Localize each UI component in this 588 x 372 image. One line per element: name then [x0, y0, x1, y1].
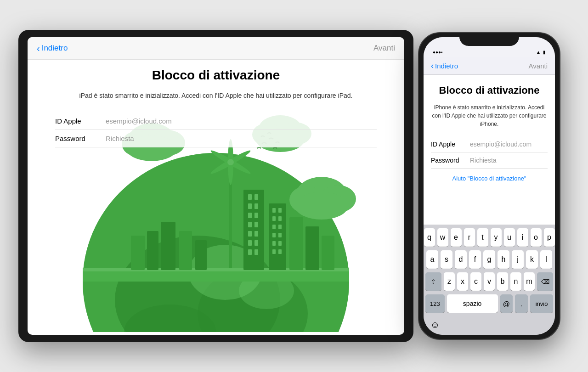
key-r[interactable]: r	[464, 228, 475, 247]
tablet-next-label: Avanti	[373, 44, 395, 52]
phone-keyboard: q w e r t y u i o p a s d f g h j k	[424, 225, 555, 335]
phone-apple-id-row: ID Apple esempio@icloud.com	[431, 136, 548, 152]
key-y[interactable]: y	[491, 228, 502, 247]
svg-rect-28	[278, 216, 282, 221]
svg-rect-15	[254, 213, 258, 218]
phone-chevron-left-icon: ‹	[431, 61, 434, 71]
phone-next-button[interactable]: Avanti	[529, 62, 548, 70]
svg-rect-25	[272, 208, 276, 213]
phone-back-label: Indietro	[435, 62, 458, 70]
phone-password-input[interactable]: Richiesta	[470, 157, 548, 164]
phone-apple-id-label: ID Apple	[431, 141, 470, 148]
emoji-key[interactable]: ☺	[429, 318, 441, 331]
svg-rect-24	[269, 203, 286, 270]
svg-rect-13	[254, 203, 258, 209]
svg-rect-19	[254, 231, 258, 237]
key-s[interactable]: s	[441, 250, 452, 269]
svg-rect-32	[278, 233, 282, 237]
apple-id-row: ID Apple esempio@icloud.com	[55, 113, 377, 130]
svg-rect-23	[254, 249, 258, 255]
svg-rect-12	[248, 203, 252, 209]
phone-signal-icon: ●●●▪	[433, 50, 443, 55]
delete-key[interactable]: ⌫	[537, 272, 553, 291]
key-m[interactable]: m	[524, 272, 535, 291]
key-o[interactable]: o	[531, 228, 542, 247]
phone-status-icons: ▲ ▮	[536, 50, 546, 55]
tablet-screen: ‹ Indietro Avanti Blocco di attivazione …	[28, 37, 404, 335]
tablet-content: Blocco di attivazione iPad è stato smarr…	[28, 60, 404, 332]
chevron-left-icon: ‹	[37, 44, 40, 53]
tablet: ‹ Indietro Avanti Blocco di attivazione …	[18, 30, 413, 342]
svg-rect-41	[179, 231, 192, 270]
key-x[interactable]: x	[457, 272, 468, 291]
keyboard-row-3: ⇧ z x c v b n m ⌫	[425, 272, 553, 291]
return-key[interactable]: invio	[530, 294, 553, 313]
phone-notch	[459, 33, 519, 46]
keyboard-row-1: q w e r t y u i o p	[425, 228, 553, 247]
phone-description: iPhone è stato smarrito e inizializzato.…	[431, 103, 548, 128]
password-label: Password	[55, 135, 106, 142]
svg-rect-14	[248, 213, 252, 218]
key-c[interactable]: c	[470, 272, 481, 291]
svg-rect-35	[272, 249, 276, 254]
key-w[interactable]: w	[437, 228, 448, 247]
key-n[interactable]: n	[510, 272, 521, 291]
tablet-back-label: Indietro	[42, 44, 68, 53]
key-k[interactable]: k	[526, 250, 538, 269]
svg-point-49	[227, 159, 234, 165]
battery-icon: ▮	[543, 50, 546, 55]
svg-rect-42	[195, 240, 207, 270]
phone-next-label: Avanti	[529, 62, 548, 70]
svg-rect-34	[278, 241, 282, 246]
key-v[interactable]: v	[484, 272, 495, 291]
tablet-back-button[interactable]: ‹ Indietro	[37, 44, 68, 53]
key-q[interactable]: q	[424, 228, 435, 247]
key-g[interactable]: g	[483, 250, 495, 269]
svg-rect-33	[272, 241, 276, 246]
apple-id-label: ID Apple	[55, 117, 106, 125]
dot-key[interactable]: .	[515, 294, 528, 313]
tablet-next-button[interactable]: Avanti	[373, 44, 395, 53]
apple-id-input[interactable]: esempio@icloud.com	[106, 117, 377, 125]
password-row: Password Richiesta	[55, 130, 377, 147]
keyboard-emoji-row: ☺	[425, 316, 553, 333]
svg-rect-18	[248, 231, 252, 237]
key-a[interactable]: a	[426, 250, 438, 269]
tablet-title: Blocco di attivazione	[28, 68, 404, 83]
svg-rect-37	[289, 217, 303, 270]
key-t[interactable]: t	[477, 228, 488, 247]
shift-key[interactable]: ⇧	[425, 272, 441, 291]
key-p[interactable]: p	[544, 228, 555, 247]
key-j[interactable]: j	[512, 250, 524, 269]
phone-back-button[interactable]: ‹ Indietro	[431, 61, 458, 71]
svg-rect-38	[305, 226, 319, 270]
phone-password-row: Password Richiesta	[431, 152, 548, 169]
key-i[interactable]: i	[517, 228, 528, 247]
svg-rect-36	[278, 249, 282, 254]
wifi-icon: ▲	[536, 50, 541, 55]
key-f[interactable]: f	[469, 250, 481, 269]
phone-apple-id-input[interactable]: esempio@icloud.com	[470, 141, 548, 148]
phone-title: Blocco di attivazione	[431, 84, 548, 97]
numbers-key[interactable]: 123	[425, 294, 445, 313]
phone-activation-lock-link[interactable]: Aiuto "Blocco di attivazione"	[431, 175, 548, 182]
key-z[interactable]: z	[444, 272, 455, 291]
svg-rect-26	[278, 208, 282, 213]
key-d[interactable]: d	[455, 250, 467, 269]
keyboard-row-4: 123 spazio @ . invio	[425, 294, 553, 313]
key-e[interactable]: e	[451, 228, 462, 247]
phone-content: Blocco di attivazione iPhone è stato sma…	[424, 75, 555, 225]
phone-password-label: Password	[431, 157, 470, 164]
password-input[interactable]: Richiesta	[106, 135, 377, 142]
svg-rect-40	[161, 222, 175, 270]
key-b[interactable]: b	[497, 272, 508, 291]
keyboard-row-2: a s d f g h j k l	[425, 250, 553, 269]
key-l[interactable]: l	[540, 250, 552, 269]
key-h[interactable]: h	[498, 250, 509, 269]
svg-point-61	[295, 192, 348, 220]
svg-rect-16	[248, 222, 252, 227]
space-key[interactable]: spazio	[447, 294, 498, 313]
at-key[interactable]: @	[500, 294, 513, 313]
svg-rect-22	[248, 249, 252, 255]
key-u[interactable]: u	[504, 228, 515, 247]
